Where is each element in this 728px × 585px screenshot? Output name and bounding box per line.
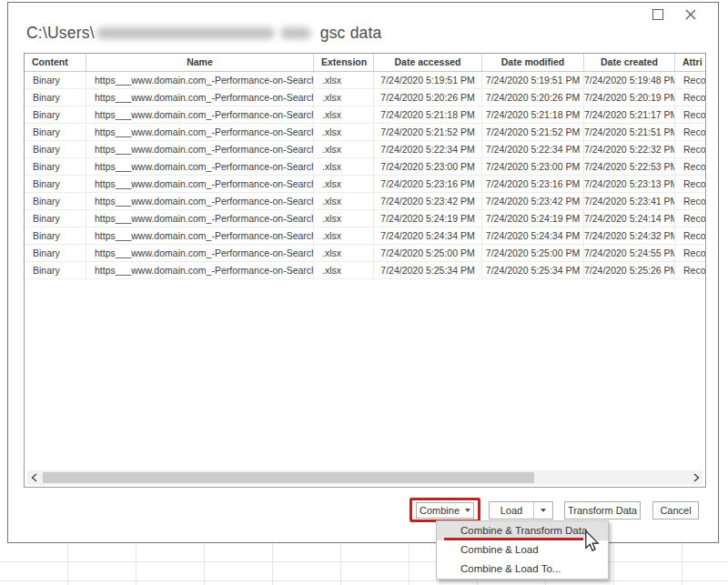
transform-data-button[interactable]: Transform Data <box>564 501 641 519</box>
table-cell-created: 7/24/2020 5:24:14 PM <box>584 210 675 227</box>
table-cell-ext: .xlsx <box>314 141 374 157</box>
title-path-suffix: gsc data <box>320 24 382 42</box>
table-row: Binaryhttps___www.domain.com_-Performanc… <box>25 72 705 89</box>
table-row: Binaryhttps___www.domain.com_-Performanc… <box>25 89 705 106</box>
load-split-button: Load <box>489 501 553 519</box>
table-cell-ext: .xlsx <box>314 227 374 244</box>
table-cell-accessed: 7/24/2020 5:23:42 PM <box>374 193 482 209</box>
table-cell-content: Binary <box>25 124 86 140</box>
table-cell-content: Binary <box>25 106 86 123</box>
table-cell-name: https___www.domain.com_-Performance-on-S… <box>86 106 314 123</box>
table-cell-name: https___www.domain.com_-Performance-on-S… <box>86 193 314 209</box>
redacted-username-blur <box>96 27 275 39</box>
table-header: ContentNameExtensionDate accessedDate mo… <box>25 54 705 72</box>
table-cell-modified: 7/24/2020 5:23:00 PM <box>482 158 584 175</box>
table-cell-accessed: 7/24/2020 5:23:00 PM <box>374 158 482 175</box>
table-cell-modified: 7/24/2020 5:19:51 PM <box>482 72 584 88</box>
table-cell-created: 7/24/2020 5:23:13 PM <box>584 176 675 192</box>
table-cell-modified: 7/24/2020 5:24:19 PM <box>482 210 584 227</box>
combine-dropdown-menu: Combine & Transform DataCombine & LoadCo… <box>436 520 609 580</box>
table-cell-accessed: 7/24/2020 5:19:51 PM <box>374 72 482 88</box>
load-button[interactable]: Load <box>490 502 533 519</box>
table-cell-accessed: 7/24/2020 5:22:34 PM <box>374 141 482 157</box>
chevron-down-icon <box>541 509 546 512</box>
table-body: Binaryhttps___www.domain.com_-Performanc… <box>25 72 705 279</box>
table-cell-content: Binary <box>25 245 86 261</box>
column-header-content: Content <box>25 54 86 71</box>
table-row: Binaryhttps___www.domain.com_-Performanc… <box>25 245 705 262</box>
table-cell-modified: 7/24/2020 5:23:16 PM <box>482 176 584 192</box>
table-cell-created: 7/24/2020 5:22:53 PM <box>584 158 675 175</box>
table-cell-created: 7/24/2020 5:24:55 PM <box>584 245 675 261</box>
table-cell-created: 7/24/2020 5:21:51 PM <box>584 124 675 140</box>
table-cell-content: Binary <box>25 158 86 175</box>
file-table: ContentNameExtensionDate accessedDate mo… <box>24 53 706 488</box>
table-cell-accessed: 7/24/2020 5:21:18 PM <box>374 106 482 123</box>
table-cell-modified: 7/24/2020 5:22:34 PM <box>482 141 584 157</box>
table-cell-accessed: 7/24/2020 5:24:34 PM <box>374 227 482 244</box>
table-cell-created: 7/24/2020 5:23:41 PM <box>584 193 675 209</box>
table-row: Binaryhttps___www.domain.com_-Performanc… <box>25 124 705 141</box>
table-cell-name: https___www.domain.com_-Performance-on-S… <box>86 210 314 227</box>
table-cell-attr: Reco <box>675 176 706 192</box>
dialog-title: C:\Users\gsc data <box>26 24 382 43</box>
table-cell-modified: 7/24/2020 5:25:00 PM <box>482 245 584 261</box>
table-cell-modified: 7/24/2020 5:23:42 PM <box>482 193 584 209</box>
table-cell-attr: Reco <box>675 124 706 140</box>
menu-item[interactable]: Combine & Load <box>437 540 608 560</box>
table-cell-attr: Reco <box>675 193 706 209</box>
menu-item[interactable]: Combine & Transform Data <box>437 521 608 540</box>
table-cell-ext: .xlsx <box>314 176 374 192</box>
table-cell-content: Binary <box>25 227 86 244</box>
restore-window-icon[interactable] <box>652 9 663 20</box>
table-cell-ext: .xlsx <box>314 245 374 261</box>
table-cell-name: https___www.domain.com_-Performance-on-S… <box>86 158 314 175</box>
table-cell-content: Binary <box>25 176 86 192</box>
load-dropdown-button[interactable] <box>533 502 552 519</box>
scrollbar-thumb[interactable] <box>43 472 534 483</box>
table-cell-attr: Reco <box>675 262 706 278</box>
table-cell-accessed: 7/24/2020 5:20:26 PM <box>374 89 482 106</box>
column-header-created: Date created <box>584 54 675 71</box>
table-cell-name: https___www.domain.com_-Performance-on-S… <box>86 245 314 261</box>
table-cell-accessed: 7/24/2020 5:24:19 PM <box>374 210 482 227</box>
table-cell-modified: 7/24/2020 5:24:34 PM <box>482 227 584 244</box>
table-row: Binaryhttps___www.domain.com_-Performanc… <box>25 210 705 227</box>
horizontal-scrollbar[interactable] <box>27 470 703 485</box>
title-path-prefix: C:\Users\ <box>26 24 95 42</box>
table-cell-accessed: 7/24/2020 5:21:52 PM <box>374 124 482 140</box>
table-cell-attr: Reco <box>675 245 706 261</box>
table-cell-name: https___www.domain.com_-Performance-on-S… <box>86 89 314 106</box>
table-cell-content: Binary <box>25 89 86 106</box>
redacted-path-blur <box>280 27 311 39</box>
table-row: Binaryhttps___www.domain.com_-Performanc… <box>25 176 705 193</box>
table-cell-modified: 7/24/2020 5:20:26 PM <box>482 89 584 106</box>
scroll-left-icon[interactable] <box>27 470 40 485</box>
close-icon[interactable] <box>683 7 698 22</box>
table-cell-name: https___www.domain.com_-Performance-on-S… <box>86 141 314 157</box>
scroll-right-icon[interactable] <box>690 470 703 485</box>
cancel-button[interactable]: Cancel <box>652 501 699 519</box>
column-header-modified: Date modified <box>482 54 584 71</box>
table-cell-accessed: 7/24/2020 5:23:16 PM <box>374 176 482 192</box>
table-row: Binaryhttps___www.domain.com_-Performanc… <box>25 227 705 245</box>
combine-button-label: Combine <box>420 505 460 516</box>
menu-item[interactable]: Combine & Load To... <box>437 560 608 579</box>
table-cell-ext: .xlsx <box>314 262 374 278</box>
table-cell-attr: Reco <box>675 210 706 227</box>
table-cell-name: https___www.domain.com_-Performance-on-S… <box>86 262 314 278</box>
table-row: Binaryhttps___www.domain.com_-Performanc… <box>25 193 705 210</box>
table-cell-attr: Reco <box>675 141 706 157</box>
column-header-ext: Extension <box>314 54 374 71</box>
table-cell-created: 7/24/2020 5:24:32 PM <box>584 227 675 244</box>
table-cell-created: 7/24/2020 5:25:26 PM <box>584 262 675 278</box>
table-cell-ext: .xlsx <box>314 124 374 140</box>
table-cell-modified: 7/24/2020 5:21:18 PM <box>482 106 584 123</box>
table-cell-attr: Reco <box>675 106 706 123</box>
combine-button[interactable]: Combine <box>416 502 474 519</box>
table-cell-attr: Reco <box>675 89 706 106</box>
table-cell-ext: .xlsx <box>314 210 374 227</box>
worksheet-grid <box>0 543 728 585</box>
table-cell-content: Binary <box>25 262 86 278</box>
table-cell-ext: .xlsx <box>314 89 374 106</box>
